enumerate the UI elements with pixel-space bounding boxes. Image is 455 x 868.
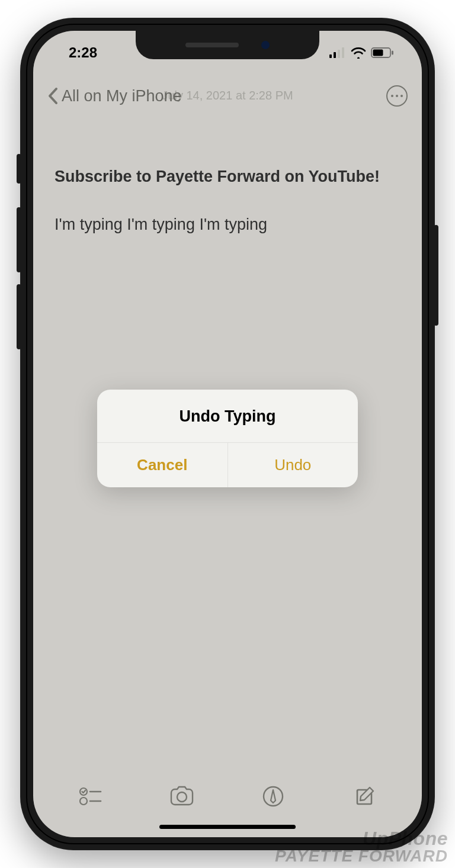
watermark-line2: Payette Forward xyxy=(275,848,448,864)
mute-switch xyxy=(17,154,21,184)
wifi-icon xyxy=(351,47,366,59)
watermark-line1: UpPhone xyxy=(275,829,448,848)
undo-alert: Undo Typing Cancel Undo xyxy=(97,390,358,487)
svg-rect-5 xyxy=(392,51,393,55)
battery-icon xyxy=(371,47,395,58)
volume-down-button xyxy=(17,284,21,349)
status-time: 2:28 xyxy=(69,44,97,61)
svg-rect-2 xyxy=(338,50,340,58)
power-button xyxy=(434,225,438,326)
svg-rect-6 xyxy=(373,50,383,56)
watermark: UpPhone Payette Forward xyxy=(275,829,448,864)
notch xyxy=(136,31,319,59)
undo-button[interactable]: Undo xyxy=(228,443,358,487)
speaker-grille xyxy=(185,43,239,47)
cellular-icon xyxy=(329,47,346,58)
cancel-button[interactable]: Cancel xyxy=(97,443,228,487)
svg-rect-3 xyxy=(342,47,344,58)
svg-rect-0 xyxy=(329,54,332,58)
screen: 2:28 xyxy=(33,31,422,837)
alert-title: Undo Typing xyxy=(97,390,358,443)
status-indicators xyxy=(329,47,395,59)
svg-rect-1 xyxy=(334,52,336,58)
phone-frame: 2:28 xyxy=(20,18,435,850)
alert-actions: Cancel Undo xyxy=(97,443,358,487)
front-camera xyxy=(261,41,270,49)
volume-up-button xyxy=(17,207,21,272)
home-indicator[interactable] xyxy=(159,825,296,829)
